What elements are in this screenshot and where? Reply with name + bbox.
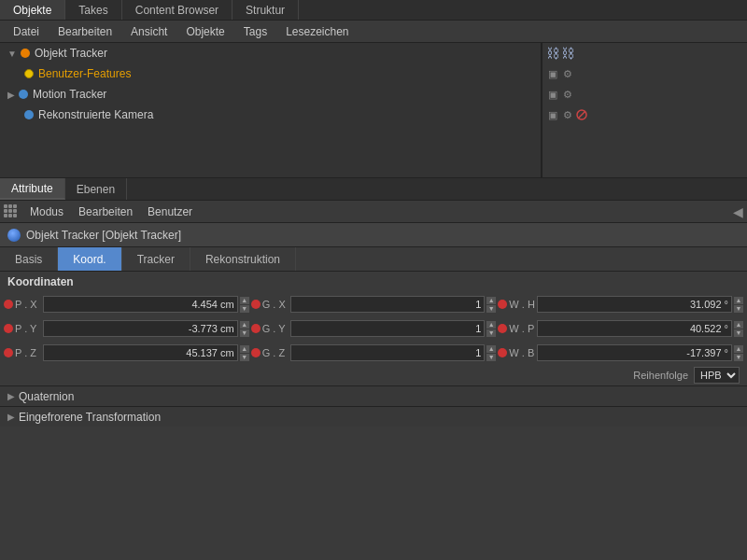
param-spin-px: ▲ ▼ [240, 297, 249, 313]
tab-content-browser[interactable]: Content Browser [122, 0, 233, 20]
param-input-py[interactable] [43, 320, 238, 337]
top-tab-bar: Objekte Takes Content Browser Struktur [0, 0, 747, 21]
tab-attribute[interactable]: Attribute [0, 178, 65, 200]
param-input-gx[interactable] [290, 296, 486, 313]
param-py: P . Y ▲ ▼ [4, 318, 249, 339]
spin-down-px[interactable]: ▼ [240, 305, 249, 313]
attr-menu-bearbeiten[interactable]: Bearbeiten [71, 205, 140, 218]
param-row-1: P . X ▲ ▼ G . X ▲ ▼ W . H ▲ ▼ [0, 292, 747, 316]
no-circle-icon [576, 109, 587, 120]
param-input-gy[interactable] [290, 320, 486, 337]
spin-down-pz[interactable]: ▼ [240, 354, 249, 361]
attr-menu-bar: Modus Bearbeiten Benutzer ◀ [0, 201, 747, 223]
param-label-wb: W . B [509, 347, 535, 358]
spin-up-px[interactable]: ▲ [240, 297, 249, 304]
gear-icon-1: ⚙ [561, 67, 574, 80]
tab-struktur[interactable]: Struktur [233, 0, 299, 20]
menu-objekte[interactable]: Objekte [176, 21, 233, 42]
param-dot-wp [498, 324, 507, 333]
spin-down-wh[interactable]: ▼ [734, 305, 743, 313]
chevron-right-icon-quaternion: ▶ [7, 391, 15, 401]
grid-dots-icon [4, 204, 19, 219]
object-title-label: Objekt Tracker [Objekt Tracker] [26, 229, 181, 242]
spin-up-wb[interactable]: ▲ [734, 345, 743, 353]
spin-down-wb[interactable]: ▼ [734, 354, 743, 361]
tree-row-benutzer-features[interactable]: Benutzer-Features [0, 63, 541, 84]
param-spin-pz: ▲ ▼ [240, 345, 249, 361]
param-spin-wb: ▲ ▼ [734, 345, 743, 361]
menu-datei[interactable]: Datei [4, 21, 49, 42]
subtab-rekonstruktion[interactable]: Rekonstruktion [190, 247, 296, 271]
param-label-px: P . X [15, 299, 41, 310]
tree-row-motion-tracker[interactable]: ▶ Motion Tracker [0, 84, 541, 105]
param-spin-wh: ▲ ▼ [734, 297, 743, 313]
param-input-wb[interactable] [537, 344, 732, 361]
spin-up-gy[interactable]: ▲ [486, 321, 496, 329]
param-spin-wp: ▲ ▼ [734, 321, 743, 337]
param-dot-wh [498, 300, 507, 309]
param-dot-px [4, 300, 13, 309]
spin-up-py[interactable]: ▲ [240, 321, 249, 329]
spin-up-gx[interactable]: ▲ [486, 297, 496, 304]
reihenfolge-label: Reihenfolge [633, 370, 688, 381]
motion-tracker-icon [17, 88, 30, 101]
subtab-tracker[interactable]: Tracker [122, 247, 190, 271]
gear-icon-2: ⚙ [561, 88, 574, 101]
attr-menu-modus[interactable]: Modus [22, 205, 71, 218]
eingefrorene-label: Eingefrorene Transformation [19, 411, 161, 424]
tab-ebenen[interactable]: Ebenen [65, 178, 127, 200]
chevron-right-icon-eingefrorene: ▶ [7, 412, 15, 422]
subtab-koord[interactable]: Koord. [58, 247, 121, 271]
subtab-basis[interactable]: Basis [0, 247, 58, 271]
param-pz: P . Z ▲ ▼ [4, 343, 249, 363]
spin-up-gz[interactable]: ▲ [486, 345, 496, 353]
param-input-wh[interactable] [537, 296, 732, 313]
spin-up-wp[interactable]: ▲ [734, 321, 743, 329]
param-spin-py: ▲ ▼ [240, 321, 249, 337]
param-wp: W . P ▲ ▼ [498, 318, 743, 339]
tab-takes[interactable]: Takes [65, 0, 121, 20]
objekt-tracker-icon [19, 47, 32, 60]
gear-icon-3: ⚙ [561, 108, 574, 121]
spin-up-pz[interactable]: ▲ [240, 345, 249, 353]
param-dot-gz [251, 348, 261, 357]
menu-tags[interactable]: Tags [234, 21, 276, 42]
param-spin-gy: ▲ ▼ [486, 321, 496, 337]
chain-icon-1: ⛓ [546, 46, 559, 61]
objekt-tracker-label: Objekt Tracker [35, 47, 107, 60]
param-spin-gx: ▲ ▼ [486, 297, 496, 313]
param-input-pz[interactable] [43, 344, 238, 361]
spin-down-gz[interactable]: ▼ [486, 354, 496, 361]
tree-row-rekonstruierte-kamera[interactable]: Rekonstruierte Kamera [0, 105, 541, 125]
attr-menu-benutzer[interactable]: Benutzer [140, 205, 200, 218]
param-label-pz: P . Z [15, 347, 41, 358]
param-gy: G . Y ▲ ▼ [251, 318, 497, 339]
param-input-wp[interactable] [537, 320, 732, 337]
param-input-gz[interactable] [290, 344, 486, 361]
tab-objekte[interactable]: Objekte [0, 0, 65, 20]
spin-down-gx[interactable]: ▼ [486, 305, 496, 313]
spin-down-py[interactable]: ▼ [240, 329, 249, 337]
chain-icon-2: ⛓ [561, 46, 574, 61]
spin-up-wh[interactable]: ▲ [734, 297, 743, 304]
param-wb: W . B ▲ ▼ [498, 343, 743, 363]
param-spin-gz: ▲ ▼ [486, 345, 496, 361]
benutzer-features-icon [22, 67, 35, 80]
scene-area: ▼ Objekt Tracker Benutzer-Features ▶ Mot… [0, 43, 747, 178]
reihenfolge-select[interactable]: HPB PHB BPH [694, 367, 740, 384]
menu-ansicht[interactable]: Ansicht [121, 21, 176, 42]
spin-down-gy[interactable]: ▼ [486, 329, 496, 337]
param-row-2: P . Y ▲ ▼ G . Y ▲ ▼ W . P ▲ ▼ [0, 316, 747, 341]
collapse-quaternion[interactable]: ▶ Quaternion [0, 385, 747, 406]
param-gz: G . Z ▲ ▼ [251, 343, 497, 363]
spin-down-wp[interactable]: ▼ [734, 329, 743, 337]
sub-tab-bar: Basis Koord. Tracker Rekonstruktion [0, 247, 747, 272]
param-input-px[interactable] [43, 296, 238, 313]
menu-bearbeiten[interactable]: Bearbeiten [49, 21, 121, 42]
tree-row-objekt-tracker[interactable]: ▼ Objekt Tracker [0, 43, 541, 63]
rekonstruierte-kamera-icon [22, 108, 35, 121]
param-px: P . X ▲ ▼ [4, 294, 249, 315]
collapse-eingefrorene[interactable]: ▶ Eingefrorene Transformation [0, 406, 747, 427]
menu-lesezeichen[interactable]: Lesezeichen [276, 21, 358, 42]
svg-line-1 [578, 111, 585, 119]
